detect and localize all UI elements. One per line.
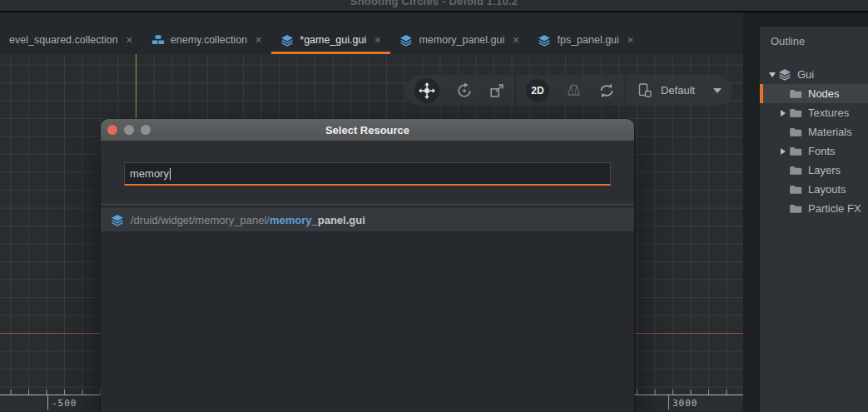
select-resource-dialog: Select Resource memory /druid/widget/mem…	[101, 119, 634, 412]
gui-icon	[778, 68, 792, 81]
chevron-down-icon[interactable]	[766, 72, 778, 77]
move-tool-button[interactable]	[414, 78, 439, 103]
rotate-tool-button[interactable]	[456, 82, 473, 99]
folder-icon	[789, 146, 803, 156]
tab-fps-panel-gui[interactable]: fps_panel.gui✕	[528, 28, 643, 54]
gui-icon	[111, 214, 124, 226]
scene-toolbar: 2D Default	[404, 75, 732, 106]
chevron-right-icon[interactable]	[777, 110, 789, 117]
ruler-tick	[668, 395, 669, 410]
tab-label: *game_gui.gui	[300, 34, 366, 46]
folder-icon	[789, 127, 803, 137]
ruler-tick	[47, 395, 48, 410]
tree-label: Textures	[808, 107, 849, 119]
right-pane: Outline GuiNodesTexturesMaterialsFontsLa…	[743, 12, 868, 412]
outline-panel: Outline GuiNodesTexturesMaterialsFontsLa…	[760, 27, 868, 412]
tab-bar: evel_squared.collection✕enemy.collection…	[0, 12, 743, 54]
outline-tree: GuiNodesTexturesMaterialsFontsLayersLayo…	[760, 65, 868, 218]
folder-icon	[789, 88, 803, 99]
outline-header: Outline	[760, 27, 868, 48]
tab-memory-panel-gui[interactable]: memory_panel.gui✕	[390, 28, 528, 54]
reload-button[interactable]	[598, 83, 615, 98]
tree-row-layers[interactable]: Layers	[760, 161, 868, 180]
2d-mode-button[interactable]: 2D	[526, 79, 549, 102]
tab-close-icon[interactable]: ✕	[255, 35, 262, 46]
result-match-text: memory	[270, 214, 312, 226]
folder-icon	[789, 203, 803, 214]
scale-tool-button[interactable]	[489, 82, 505, 98]
tab-close-icon[interactable]: ✕	[374, 35, 381, 46]
chevron-down-icon[interactable]	[713, 88, 722, 93]
frustum-culling-button[interactable]	[566, 83, 582, 97]
gui-icon	[280, 34, 294, 47]
result-suffix-text: _panel.gui	[312, 214, 365, 226]
dialog-titlebar[interactable]: Select Resource	[101, 119, 634, 141]
window-titlebar: Shooting Circles - Defold 1.10.2	[0, 0, 868, 11]
gui-icon	[538, 34, 551, 47]
tab-label: evel_squared.collection	[9, 34, 118, 46]
tree-row-materials[interactable]: Materials	[760, 122, 868, 141]
tree-row-gui[interactable]: Gui	[760, 65, 868, 84]
result-path-prefix: /druid/widget/memory_panel/	[131, 214, 270, 226]
tab-enemy-collection[interactable]: enemy.collection✕	[142, 28, 271, 54]
tree-row-fonts[interactable]: Fonts	[760, 141, 868, 161]
defold-window: Shooting Circles - Defold 1.10.2 evel_sq…	[0, 0, 868, 412]
resource-search-input[interactable]: memory	[124, 162, 611, 186]
tree-label: Nodes	[808, 87, 840, 100]
toolbar-divider	[625, 75, 626, 106]
tree-label: Layers	[808, 164, 841, 176]
tree-row-nodes[interactable]: Nodes	[760, 84, 868, 103]
tab-label: memory_panel.gui	[419, 34, 504, 46]
dialog-body: memory /druid/widget/memory_panel/memory…	[101, 141, 634, 412]
results-list: /druid/widget/memory_panel/memory_panel.…	[101, 208, 634, 412]
tab-close-icon[interactable]: ✕	[512, 35, 519, 46]
tab-label: fps_panel.gui	[557, 34, 618, 46]
search-section: memory	[101, 141, 634, 205]
collection-icon	[151, 34, 165, 46]
chevron-right-icon[interactable]	[777, 148, 789, 155]
tree-label: Particle FX	[808, 202, 861, 215]
tree-label: Layouts	[808, 183, 846, 196]
tree-row-layouts[interactable]: Layouts	[760, 180, 868, 199]
tab-game-gui-gui[interactable]: *game_gui.gui✕	[271, 28, 390, 54]
tab-close-icon[interactable]: ✕	[126, 35, 133, 46]
folder-icon	[789, 184, 803, 195]
dialog-title: Select Resource	[101, 124, 634, 137]
tree-row-particle-fx[interactable]: Particle FX	[760, 199, 868, 218]
search-input-value: memory	[130, 167, 169, 180]
tree-label: Materials	[808, 126, 852, 138]
window-title: Shooting Circles - Defold 1.10.2	[0, 0, 868, 7]
ruler-label: 3000	[672, 398, 698, 409]
text-caret	[170, 168, 171, 180]
folder-icon	[789, 107, 803, 118]
gui-icon	[399, 34, 413, 47]
tab-evel-squared-collection[interactable]: evel_squared.collection✕	[0, 28, 142, 54]
layout-device-icon	[636, 83, 652, 97]
tree-label: Gui	[797, 68, 814, 81]
resource-result-row[interactable]: /druid/widget/memory_panel/memory_panel.…	[101, 208, 634, 231]
tree-label: Fonts	[808, 145, 836, 157]
tab-label: enemy.collection	[171, 34, 247, 46]
folder-icon	[789, 165, 803, 176]
layout-selector-value[interactable]: Default	[661, 84, 695, 97]
toolbar-divider	[515, 75, 516, 106]
ruler-label: -500	[52, 398, 77, 409]
tab-close-icon[interactable]: ✕	[627, 35, 634, 46]
tree-row-textures[interactable]: Textures	[760, 103, 868, 122]
